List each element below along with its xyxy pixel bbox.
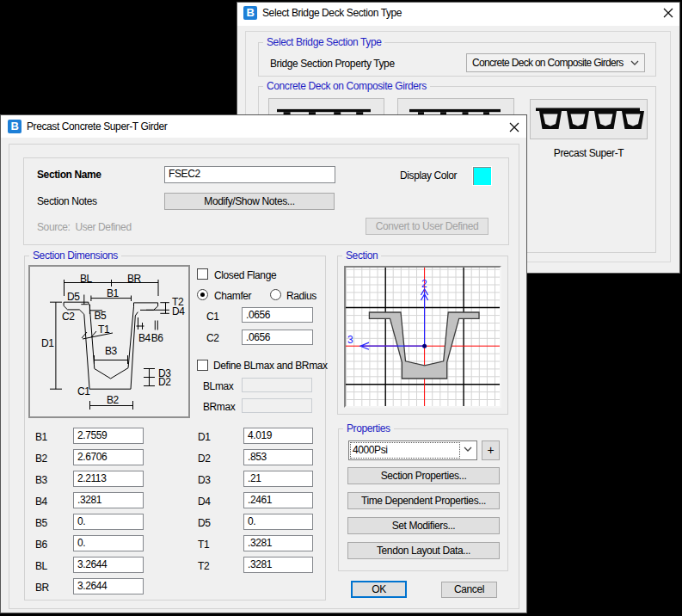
svg-text:BR: BR [127, 273, 142, 285]
svg-text:B1: B1 [107, 287, 120, 299]
svg-text:BL: BL [80, 273, 93, 285]
svg-text:B5: B5 [95, 310, 108, 322]
svg-text:D4: D4 [172, 305, 185, 317]
svg-text:D2: D2 [158, 376, 171, 388]
svg-text:C1: C1 [77, 385, 90, 397]
svg-text:B2: B2 [107, 394, 120, 406]
svg-text:C2: C2 [62, 311, 75, 323]
svg-text:D5: D5 [67, 291, 80, 303]
svg-text:B6: B6 [151, 332, 164, 344]
svg-text:D1: D1 [41, 337, 54, 349]
svg-text:T1: T1 [98, 323, 110, 336]
svg-text:B3: B3 [105, 345, 118, 357]
svg-text:2: 2 [421, 278, 427, 290]
svg-text:B4: B4 [138, 332, 151, 344]
svg-text:3: 3 [347, 334, 353, 346]
